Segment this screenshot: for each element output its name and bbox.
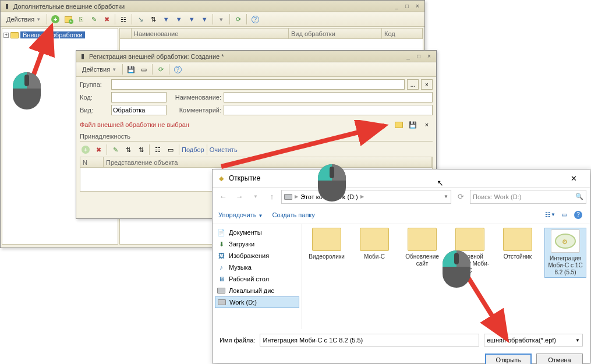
grid-col-name[interactable]: Наименование	[132, 29, 289, 38]
funnel-button[interactable]: ▾	[215, 13, 227, 25]
copy-button[interactable]: ⎘	[75, 13, 87, 25]
grid-col-blank[interactable]	[120, 29, 132, 38]
name-input[interactable]	[224, 92, 433, 103]
colRep[interactable]: Представление объекта	[104, 157, 432, 167]
close-button[interactable]: ×	[413, 2, 422, 10]
tree-label: Внешние обработки	[20, 31, 85, 38]
crumb-workd[interactable]: Work (D:)	[331, 193, 358, 200]
side-images[interactable]: 🖼Изображения	[215, 250, 299, 261]
up-button[interactable]: ↑	[265, 190, 279, 204]
win1-titlebar: ▮ Дополнительные внешние обработки _ □ ×	[1, 1, 424, 12]
pc-icon	[284, 194, 292, 200]
open-button[interactable]: Открыть	[485, 354, 532, 364]
help-button[interactable]: ?	[249, 13, 261, 25]
filter3-button[interactable]: ▼	[186, 13, 197, 25]
comment-input[interactable]	[224, 105, 433, 115]
save-file-button[interactable]: 💾	[407, 119, 419, 130]
add-folder-button[interactable]: +	[62, 13, 74, 25]
ownership-label: Принадлежность	[80, 133, 433, 142]
file-folder[interactable]: Отстойник	[497, 228, 539, 260]
help-button[interactable]: ?	[172, 63, 183, 75]
win1-title: Дополнительные внешние обработки	[13, 3, 125, 10]
sort-up-button[interactable]: ⇅	[147, 13, 159, 25]
maximize-button[interactable]: □	[414, 52, 423, 61]
file-folder[interactable]: Основной каталог Моби-С	[449, 228, 491, 274]
cancel-button[interactable]: Отмена	[536, 354, 583, 364]
folder-icon	[10, 32, 19, 38]
tree1-button[interactable]: ⇅	[122, 144, 134, 156]
grid-col-code[interactable]: Код	[382, 29, 423, 38]
forward-button[interactable]: →	[232, 190, 246, 204]
search-icon: 🔍	[575, 193, 583, 200]
minimize-button[interactable]: _	[404, 52, 413, 61]
kind-input[interactable]	[111, 105, 167, 115]
side-workd[interactable]: Work (D:)	[215, 296, 299, 308]
side-localdisk[interactable]: Локальный дис	[215, 285, 299, 296]
side-music[interactable]: ♪Музыка	[215, 261, 299, 273]
side-desktop[interactable]: 🖥Рабочий стол	[215, 273, 299, 285]
filename-input[interactable]	[260, 334, 479, 347]
search-box[interactable]: Поиск: Work (D:) 🔍	[470, 190, 586, 204]
colN[interactable]: N	[80, 157, 104, 167]
filter4-button[interactable]: ▼	[199, 13, 210, 25]
group-input[interactable]	[111, 79, 405, 90]
side-docs[interactable]: 📄Документы	[215, 227, 299, 238]
file-folder[interactable]: Обновление сайт	[401, 228, 443, 267]
open-file-button[interactable]	[393, 119, 405, 130]
organize-menu[interactable]: Упорядочить ▼	[218, 211, 263, 218]
newfolder-button[interactable]: Создать папку	[272, 211, 314, 218]
save-button[interactable]: 💾	[125, 63, 137, 75]
actions-menu[interactable]: Действия ▼	[3, 13, 44, 25]
filter1-button[interactable]: ▼	[160, 13, 172, 25]
dlg-help-button[interactable]: ?	[572, 209, 584, 221]
crumb-pc[interactable]: Этот ко	[300, 193, 323, 200]
filetype-dropdown[interactable]: ешняя обработка(*.epf)▼	[484, 334, 583, 347]
tree4-button[interactable]: ▭	[165, 144, 176, 156]
file-open-dialog: ◆ Открытие ✕ ← → ▼ ↑ ▶ Этот ко ▶ Work (D…	[212, 169, 590, 363]
group-clear-button[interactable]: ×	[421, 79, 433, 90]
fdlg-file-list[interactable]: Видеоролики Моби-С Обновление сайт Основ…	[302, 224, 590, 329]
view-button[interactable]: ▭	[138, 63, 150, 75]
file-epf-selected[interactable]: ⚙Интеграция Моби-С с 1С 8.2 (5.5)	[544, 228, 586, 278]
file-folder[interactable]: Видеоролики	[306, 228, 348, 260]
clear-file-button[interactable]: ×	[421, 119, 433, 130]
refresh-button[interactable]: ⟳	[454, 190, 468, 204]
tree-item[interactable]: + Внешние обработки	[3, 30, 116, 40]
breadcrumb[interactable]: ▶ Этот ко ▶ Work (D:) ▶ ▼	[281, 190, 451, 204]
back-button[interactable]: ←	[216, 190, 230, 204]
add-row-button: +	[80, 144, 91, 156]
go-button[interactable]: ⟳	[155, 63, 167, 75]
edit-row-button[interactable]: ✎	[109, 144, 121, 156]
hierarchy-button[interactable]: ☷	[118, 13, 129, 25]
view-menu[interactable]: ☷▼	[544, 209, 556, 221]
actions-menu[interactable]: Действия ▼	[79, 63, 120, 75]
name-label: Наименование:	[169, 94, 221, 101]
app-icon: ▮	[79, 52, 87, 61]
clear-link[interactable]: Очистить	[210, 146, 238, 153]
disk-icon: 💾	[409, 121, 417, 129]
select-link[interactable]: Подбор	[182, 146, 204, 153]
minimize-button[interactable]: _	[392, 2, 401, 10]
add-button[interactable]: +	[49, 13, 61, 25]
side-downloads[interactable]: ⬇Загрузки	[215, 238, 299, 250]
close-button[interactable]: ✕	[562, 174, 585, 183]
filter2-button[interactable]: ▼	[173, 13, 185, 25]
grid-col-kind[interactable]: Вид обработки	[289, 29, 382, 38]
group-select-button[interactable]: ...	[407, 79, 419, 90]
preview-button[interactable]: ▭	[558, 209, 570, 221]
file-folder[interactable]: Моби-С	[353, 228, 395, 260]
close-button[interactable]: ×	[424, 52, 434, 61]
tree3-button[interactable]: ☷	[152, 144, 164, 156]
win2-title: Регистрация внешней обработки: Создание …	[89, 53, 224, 60]
move-button[interactable]: ↘	[135, 13, 146, 25]
clear-icon: ×	[423, 121, 431, 129]
tree2-button[interactable]: ⇅	[135, 144, 147, 156]
edit-button[interactable]: ✎	[88, 13, 100, 25]
fdlg-sidebar[interactable]: 📄Документы ⬇Загрузки 🖼Изображения ♪Музык…	[213, 224, 302, 329]
refresh-button[interactable]: ⟳	[232, 13, 244, 25]
delete-button[interactable]: ✖	[101, 13, 112, 25]
history-dropdown[interactable]: ▼	[249, 190, 263, 204]
code-input[interactable]	[111, 92, 167, 103]
maximize-button[interactable]: □	[402, 2, 412, 10]
del-row-button[interactable]: ✖	[93, 144, 104, 156]
